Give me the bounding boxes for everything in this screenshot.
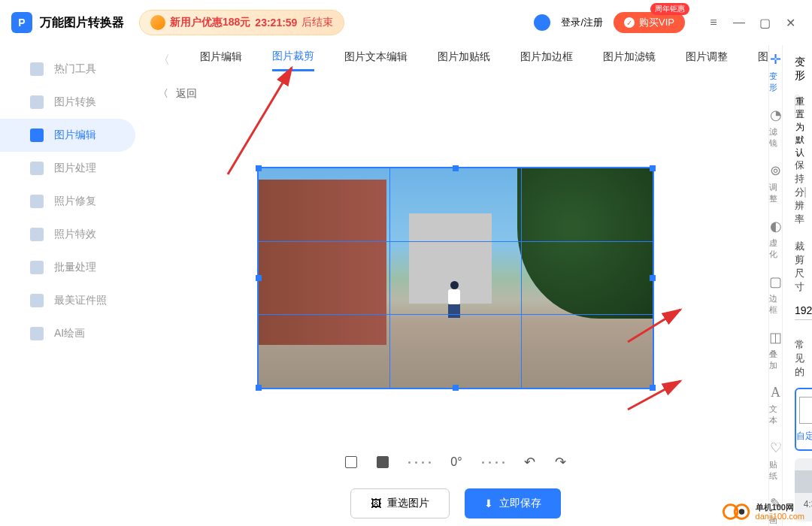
svg-point-5 xyxy=(738,509,744,514)
crop-handle-bl[interactable] xyxy=(256,385,262,391)
tool-adjust[interactable]: ⊚调整 xyxy=(769,162,782,204)
sidebar-item-effects[interactable]: 照片特效 xyxy=(0,218,143,251)
tool-label: 边框 xyxy=(769,293,782,316)
back-label: 返回 xyxy=(176,87,197,101)
tool-overlay[interactable]: ◫叠加 xyxy=(769,329,782,371)
tabs-row: 〈 图片编辑 图片裁剪 图片文本编辑 图片加贴纸 图片加边框 图片加滤镜 图片调… xyxy=(143,45,768,75)
app-logo-icon: P xyxy=(11,12,32,33)
sidebar: 热门工具 图片转换 图片编辑 图片处理 照片修复 照片特效 批量处理 最美证件照… xyxy=(0,45,143,526)
buy-vip-button[interactable]: 周年钜惠 ✓ 购买VIP xyxy=(614,12,685,33)
maximize-button[interactable]: ▢ xyxy=(754,12,775,33)
reselect-label: 重选图片 xyxy=(387,497,429,510)
vip-label: 购买VIP xyxy=(639,16,674,29)
tool-transform[interactable]: ✛变形 xyxy=(769,51,782,93)
sidebar-item-label: AI绘画 xyxy=(54,327,85,340)
avatar-icon[interactable] xyxy=(534,14,550,31)
tool-label: 贴纸 xyxy=(769,459,782,482)
preset-label: 4:3 xyxy=(804,499,812,509)
ai-icon xyxy=(30,327,44,340)
tab-edit[interactable]: 图片编辑 xyxy=(200,50,242,70)
sidebar-item-hot[interactable]: 热门工具 xyxy=(0,53,143,86)
close-button[interactable]: ✕ xyxy=(780,12,801,33)
tab-adjust[interactable]: 图片调整 xyxy=(686,50,728,70)
tab-crop[interactable]: 图片裁剪 xyxy=(272,50,314,71)
crop-canvas[interactable] xyxy=(257,167,654,389)
sidebar-item-label: 照片特效 xyxy=(54,228,96,241)
tool-border[interactable]: ▢边框 xyxy=(769,274,782,316)
reselect-button[interactable]: 🖼 重选图片 xyxy=(350,488,450,518)
sidebar-item-convert[interactable]: 图片转换 xyxy=(0,86,143,119)
tool-label: 叠加 xyxy=(769,349,782,371)
save-label: 立即保存 xyxy=(499,497,541,510)
width-input[interactable] xyxy=(795,301,812,320)
watermark-cn: 单机100网 xyxy=(756,503,804,512)
back-button[interactable]: 〈 返回 xyxy=(143,75,768,113)
vip-badge: 周年钜惠 xyxy=(650,3,689,15)
filter-icon: ◔ xyxy=(770,107,782,123)
text-icon: A xyxy=(771,385,780,401)
rotate-left-icon[interactable]: ↶ xyxy=(524,454,535,470)
sidebar-item-edit[interactable]: 图片编辑 xyxy=(0,119,135,152)
crop-handle-br[interactable] xyxy=(650,385,656,391)
minimize-button[interactable]: — xyxy=(729,12,750,33)
tab-sticker[interactable]: 图片加贴纸 xyxy=(438,50,490,70)
crop-handle-t[interactable] xyxy=(453,165,459,171)
menu-icon[interactable]: ≡ xyxy=(703,12,724,33)
promo-text: 新用户优惠188元 xyxy=(170,16,250,29)
image-preview xyxy=(259,168,653,388)
preset-label: 自定义 xyxy=(796,430,812,443)
tabs-prev-icon[interactable]: 〈 xyxy=(158,53,170,68)
flip-v-icon[interactable] xyxy=(377,456,389,468)
login-link[interactable]: 登录/注册 xyxy=(561,16,603,29)
sidebar-item-repair[interactable]: 照片修复 xyxy=(0,185,143,218)
tool-sticker[interactable]: ♡贴纸 xyxy=(769,440,782,482)
sidebar-item-ai[interactable]: AI绘画 xyxy=(0,317,143,350)
tab-text[interactable]: 图片文本编辑 xyxy=(344,50,408,70)
tool-filter[interactable]: ◔滤镜 xyxy=(769,107,782,149)
tool-label: 滤镜 xyxy=(769,126,782,149)
adjust-icon: ⊚ xyxy=(770,162,781,179)
common-label: 常见的 xyxy=(795,338,800,379)
crop-handle-l[interactable] xyxy=(256,275,262,281)
crop-handle-tl[interactable] xyxy=(256,165,262,171)
right-panel: 变形 重置为默认 保持分辨率 裁剪尺寸 W x H 常见的 自定义 方形 4:3… xyxy=(782,45,812,526)
sidebar-item-label: 图片处理 xyxy=(54,162,96,175)
transform-icon: ✛ xyxy=(770,51,781,68)
sidebar-item-idphoto[interactable]: 最美证件照 xyxy=(0,284,143,317)
crop-handle-r[interactable] xyxy=(650,275,656,281)
sidebar-item-process[interactable]: 图片处理 xyxy=(0,152,143,185)
watermark-url: danji100.com xyxy=(756,512,804,521)
keep-resolution-checkbox[interactable] xyxy=(804,187,806,198)
sidebar-item-batch[interactable]: 批量处理 xyxy=(0,251,143,284)
tool-blur[interactable]: ◐虚化 xyxy=(769,218,782,260)
panel-title: 变形 xyxy=(795,56,800,83)
crop-handle-tr[interactable] xyxy=(650,165,656,171)
save-button[interactable]: ⬇ 立即保存 xyxy=(465,488,561,518)
tool-column: ✛变形 ◔滤镜 ⊚调整 ◐虚化 ▢边框 ◫叠加 A文本 ♡贴纸 ✎画笔 xyxy=(768,45,782,526)
sticker-icon: ♡ xyxy=(770,440,782,456)
reset-button[interactable]: 重置为默认 xyxy=(795,95,800,117)
tab-more[interactable]: 图 xyxy=(758,50,768,70)
download-icon: ⬇ xyxy=(484,497,493,509)
sidebar-item-label: 热门工具 xyxy=(54,62,96,76)
tool-text[interactable]: A文本 xyxy=(769,385,782,426)
sidebar-item-label: 批量处理 xyxy=(54,261,96,274)
canvas-toolbar: 0° ↶ ↷ xyxy=(143,443,768,481)
effects-icon xyxy=(30,228,44,241)
tool-label: 文本 xyxy=(769,404,782,426)
tab-filter[interactable]: 图片加滤镜 xyxy=(603,50,656,70)
sidebar-item-label: 图片编辑 xyxy=(54,128,96,142)
promo-banner[interactable]: 新用户优惠188元 23:21:59 后结束 xyxy=(139,10,344,35)
chevron-left-icon: 〈 xyxy=(158,87,168,101)
process-icon xyxy=(30,162,44,175)
batch-icon xyxy=(30,261,44,274)
app-title: 万能图片转换器 xyxy=(40,15,124,31)
watermark-logo-icon xyxy=(723,502,751,521)
crop-handle-b[interactable] xyxy=(453,385,459,391)
tab-border[interactable]: 图片加边框 xyxy=(520,50,573,70)
rotate-right-icon[interactable]: ↷ xyxy=(555,454,566,470)
flip-h-icon[interactable] xyxy=(345,456,357,468)
sidebar-item-label: 照片修复 xyxy=(54,195,96,208)
hot-icon xyxy=(30,62,44,76)
preset-custom[interactable]: 自定义 xyxy=(795,388,812,451)
